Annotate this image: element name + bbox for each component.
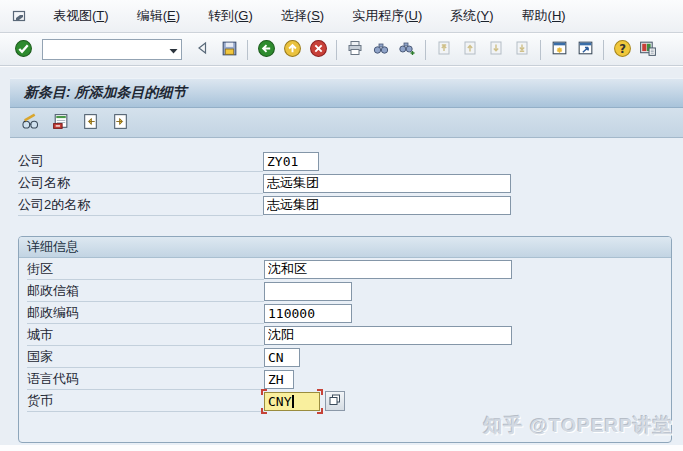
red-x-icon [309,39,328,61]
company-name-input[interactable] [263,174,511,193]
first-page-button[interactable] [432,38,456,62]
language-input[interactable] [264,370,294,389]
cancel-button[interactable] [306,38,330,62]
last-page-button[interactable] [510,38,534,62]
street-input[interactable] [264,260,512,279]
application-toolbar [10,108,683,138]
screen-body: 公司 公司名称 公司2的名称 详细信息 街区 邮政信箱 邮政编码 城市 国家 [10,138,683,445]
field-label: 邮政信箱 [27,280,264,302]
field-label: 公司 [18,150,263,172]
first-page-icon [435,39,453,60]
field-label: 货币 [27,390,264,412]
find-button[interactable] [369,38,393,62]
menu-item-goto[interactable]: 转到(G) [203,5,258,27]
field-row-company-name2: 公司2的名称 [10,194,683,216]
toolbar-separator [425,40,426,60]
next-page-icon [487,39,505,60]
previous-entry-button[interactable] [78,111,102,135]
green-check-icon [14,39,33,61]
field-row-po-box: 邮政信箱 [19,280,671,302]
groupbox-header: 详细信息 [19,237,671,258]
help-button[interactable]: ? [610,38,634,62]
country-input[interactable] [264,348,300,367]
command-dropdown-button[interactable] [165,40,181,59]
menu-item-system[interactable]: 系统(Y) [445,5,498,27]
command-input[interactable] [43,41,165,58]
help-icon: ? [613,39,632,61]
toolbar-separator [247,40,248,60]
page-arrow-left-icon [81,112,100,134]
enter-button[interactable] [11,38,35,62]
focus-corner-marker [317,389,323,395]
detail-info-groupbox: 详细信息 街区 邮政信箱 邮政编码 城市 国家 语言代码 货币 [18,236,672,443]
binoculars-icon [372,39,390,60]
toolbar-separator [336,40,337,60]
standard-toolbar: ? [0,34,683,66]
company-input[interactable] [263,152,319,171]
back-button[interactable] [254,38,278,62]
groupbox-title: 详细信息 [27,238,79,256]
field-label: 语言代码 [27,368,264,390]
shortcut-window-icon [576,39,595,61]
save-button[interactable] [217,38,241,62]
field-row-language: 语言代码 [19,368,671,390]
page-title: 新条目: 所添加条目的细节 [24,84,187,102]
company-name2-input[interactable] [263,196,511,215]
field-row-currency: 货币 CNY [19,390,671,412]
toolbar-separator [603,40,604,60]
field-row-country: 国家 [19,346,671,368]
customize-layout-icon [638,39,658,61]
po-box-input[interactable] [264,282,352,301]
svg-text:?: ? [619,41,626,55]
back-triangle-button[interactable] [191,38,215,62]
create-shortcut-button[interactable] [573,38,597,62]
print-button[interactable] [343,38,367,62]
binoculars-plus-icon [398,39,416,60]
currency-field-focus-wrapper: CNY [264,392,320,411]
exit-button[interactable] [280,38,304,62]
menu-item-help[interactable]: 帮助(H) [517,5,571,27]
field-label: 国家 [27,346,264,368]
menu-item-table-view[interactable]: 表视图(T) [48,5,114,27]
window-menu-icon[interactable] [8,5,30,27]
currency-matchcode-button[interactable] [325,391,345,411]
matchcode-squares-icon [329,394,341,409]
floppy-disk-icon [220,39,239,61]
menu-item-edit[interactable]: 编辑(E) [132,5,185,27]
field-label: 街区 [27,258,264,280]
toolbar-separator [540,40,541,60]
currency-value: CNY [268,394,291,409]
printer-icon [346,39,364,60]
focus-corner-marker [317,408,323,414]
field-row-city: 城市 [19,324,671,346]
display-change-toggle-button[interactable] [18,111,42,135]
new-session-button[interactable] [547,38,571,62]
field-label: 邮政编码 [27,302,264,324]
next-page-button[interactable] [484,38,508,62]
find-next-button[interactable] [395,38,419,62]
city-input[interactable] [264,326,512,345]
field-label: 公司2的名称 [18,194,263,216]
postal-code-input[interactable] [264,304,352,323]
command-field[interactable] [42,39,182,60]
watermark-text: 知乎 @TOPERP讲堂 [483,413,673,439]
table-delete-row-icon [51,112,70,134]
field-row-company: 公司 [10,150,683,172]
field-row-street: 街区 [19,258,671,280]
last-page-icon [513,39,531,60]
customize-layout-button[interactable] [636,38,660,62]
field-label: 公司名称 [18,172,263,194]
text-cursor [292,395,294,408]
glasses-pencil-icon [20,112,41,134]
menu-bar: 表视图(T) 编辑(E) 转到(G) 选择(S) 实用程序(U) 系统(Y) 帮… [0,0,683,33]
previous-page-button[interactable] [458,38,482,62]
next-entry-button[interactable] [108,111,132,135]
page-arrow-right-icon [111,112,130,134]
yellow-up-arrow-icon [283,39,302,61]
focus-corner-marker [261,408,267,414]
menu-item-selection[interactable]: 选择(S) [276,5,329,27]
delete-row-button[interactable] [48,111,72,135]
left-triangle-icon [194,39,212,60]
currency-input[interactable]: CNY [264,392,320,411]
menu-item-utilities[interactable]: 实用程序(U) [347,5,427,27]
